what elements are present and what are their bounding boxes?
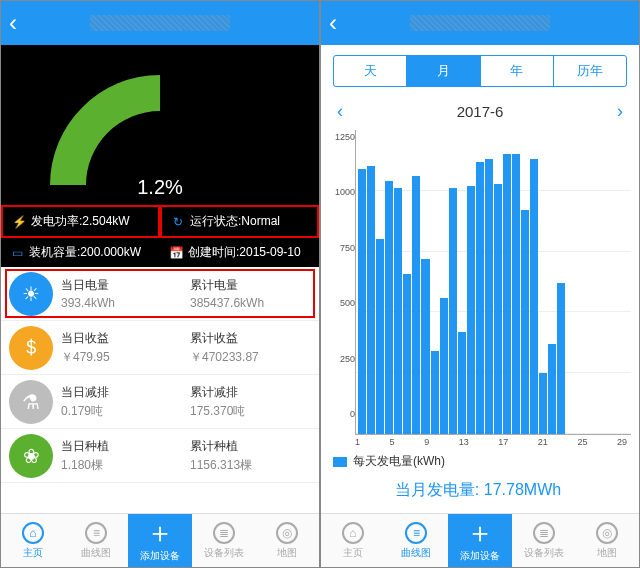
bar-day-20[interactable]	[530, 159, 538, 434]
calendar-icon: 📅	[168, 245, 184, 261]
tab-bar: ⌂主页≡曲线图＋添加设备≣设备列表◎地图	[321, 513, 639, 567]
prev-month-icon[interactable]: ‹	[337, 101, 343, 122]
x-tick: 9	[424, 437, 429, 447]
stat-value: ￥470233.87	[190, 349, 319, 366]
bar-day-2[interactable]	[367, 166, 375, 434]
tab-map[interactable]: ◎地图	[575, 514, 639, 567]
plant-icon: ⚗	[9, 380, 53, 424]
bar-day-13[interactable]	[467, 186, 475, 434]
stat-row[interactable]: ❀ 当日种植1.180棵 累计种植1156.313棵	[1, 429, 319, 483]
app-header: ‹	[321, 1, 639, 45]
chart-icon: ≡	[85, 522, 107, 544]
app-header: ‹	[1, 1, 319, 45]
kv-status: ↻ 运行状态:Normal	[160, 205, 319, 238]
home-icon: ⌂	[22, 522, 44, 544]
redacted-title	[90, 15, 230, 31]
y-tick: 1000	[335, 187, 355, 197]
stat-title: 累计种植	[190, 438, 319, 455]
bar-chart: 125010007505002500 1591317212529 每天发电量(k…	[321, 130, 639, 513]
y-tick: 250	[340, 354, 355, 364]
chart-summary: 当月发电量: 17.78MWh	[325, 476, 631, 509]
tab-list[interactable]: ≣设备列表	[192, 514, 256, 567]
left-phone: ‹ 1.2% ⚡ 发电功率:2.504kW ↻ 运行状态:Normal ▭ 装机…	[0, 0, 320, 568]
segment-历年[interactable]: 历年	[554, 56, 626, 86]
tab-home[interactable]: ⌂主页	[1, 514, 65, 567]
back-icon[interactable]: ‹	[329, 9, 337, 37]
battery-icon: ▭	[9, 245, 25, 261]
x-tick: 25	[577, 437, 587, 447]
x-tick: 21	[538, 437, 548, 447]
bar-day-11[interactable]	[449, 188, 457, 434]
bar-day-1[interactable]	[358, 169, 366, 434]
period-label: 2017-6	[457, 103, 504, 120]
next-month-icon[interactable]: ›	[617, 101, 623, 122]
list-icon: ≣	[533, 522, 555, 544]
power-value: 发电功率:2.504kW	[31, 213, 130, 230]
tab-add[interactable]: ＋添加设备	[128, 514, 192, 567]
bar-day-16[interactable]	[494, 184, 502, 434]
coins-icon: ＄	[9, 326, 53, 370]
tab-add[interactable]: ＋添加设备	[448, 514, 512, 567]
x-tick: 13	[459, 437, 469, 447]
tab-list[interactable]: ≣设备列表	[512, 514, 576, 567]
bar-day-10[interactable]	[440, 298, 448, 434]
y-tick: 500	[340, 298, 355, 308]
segment-天[interactable]: 天	[334, 56, 407, 86]
bar-day-21[interactable]	[539, 373, 547, 434]
bar-day-23[interactable]	[557, 283, 565, 434]
bar-day-14[interactable]	[476, 162, 484, 434]
kv-created: 📅 创建时间:2015-09-10	[160, 238, 319, 267]
bar-day-8[interactable]	[421, 259, 429, 434]
bar-day-3[interactable]	[376, 239, 384, 434]
chart-legend: 每天发电量(kWh)	[325, 447, 631, 476]
y-axis: 125010007505002500	[325, 130, 355, 435]
tab-map[interactable]: ◎地图	[255, 514, 319, 567]
stat-value: 1.180棵	[61, 457, 190, 474]
kv-capacity: ▭ 装机容量:200.000kW	[1, 238, 160, 267]
stat-title: 当日减排	[61, 384, 190, 401]
plot-area	[355, 130, 631, 435]
segment-月[interactable]: 月	[407, 56, 480, 86]
stat-value: 1156.313棵	[190, 457, 319, 474]
chart-icon: ≡	[405, 522, 427, 544]
bar-day-4[interactable]	[385, 181, 393, 434]
tab-chart[interactable]: ≡曲线图	[385, 514, 449, 567]
bolt-icon: ⚡	[11, 214, 27, 230]
tree-icon: ❀	[9, 434, 53, 478]
stat-title: 当日收益	[61, 330, 190, 347]
bulb-icon: ☀	[9, 272, 53, 316]
bar-day-15[interactable]	[485, 159, 493, 434]
stats-list: ☀ 当日电量393.4kWh 累计电量385437.6kWh ＄ 当日收益￥47…	[1, 267, 319, 513]
x-tick: 5	[390, 437, 395, 447]
bar-day-5[interactable]	[394, 188, 402, 434]
stat-value: ￥479.95	[61, 349, 190, 366]
bar-day-17[interactable]	[503, 154, 511, 434]
stat-row[interactable]: ＄ 当日收益￥479.95 累计收益￥470233.87	[1, 321, 319, 375]
plus-icon: ＋	[146, 519, 174, 547]
capacity-value: 装机容量:200.000kW	[29, 244, 141, 261]
gauge-percent: 1.2%	[1, 176, 319, 199]
bar-day-19[interactable]	[521, 210, 529, 434]
x-tick: 17	[498, 437, 508, 447]
back-icon[interactable]: ‹	[9, 9, 17, 37]
bar-day-18[interactable]	[512, 154, 520, 434]
legend-swatch	[333, 457, 347, 467]
bar-day-6[interactable]	[403, 274, 411, 435]
stat-value: 393.4kWh	[61, 296, 190, 310]
bar-day-9[interactable]	[431, 351, 439, 434]
stat-value: 385437.6kWh	[190, 296, 319, 310]
tab-chart[interactable]: ≡曲线图	[65, 514, 129, 567]
bar-day-7[interactable]	[412, 176, 420, 434]
x-axis: 1591317212529	[325, 437, 631, 447]
period-segment: 天月年历年	[333, 55, 627, 87]
stat-row[interactable]: ⚗ 当日减排0.179吨 累计减排175.370吨	[1, 375, 319, 429]
bar-day-22[interactable]	[548, 344, 556, 434]
legend-label: 每天发电量(kWh)	[353, 453, 445, 470]
segment-年[interactable]: 年	[481, 56, 554, 86]
stat-row[interactable]: ☀ 当日电量393.4kWh 累计电量385437.6kWh	[1, 267, 319, 321]
gauge-panel: 1.2% ⚡ 发电功率:2.504kW ↻ 运行状态:Normal ▭ 装机容量…	[1, 45, 319, 267]
bar-day-12[interactable]	[458, 332, 466, 434]
plus-icon: ＋	[466, 519, 494, 547]
tab-home[interactable]: ⌂主页	[321, 514, 385, 567]
stat-title: 累计电量	[190, 277, 319, 294]
